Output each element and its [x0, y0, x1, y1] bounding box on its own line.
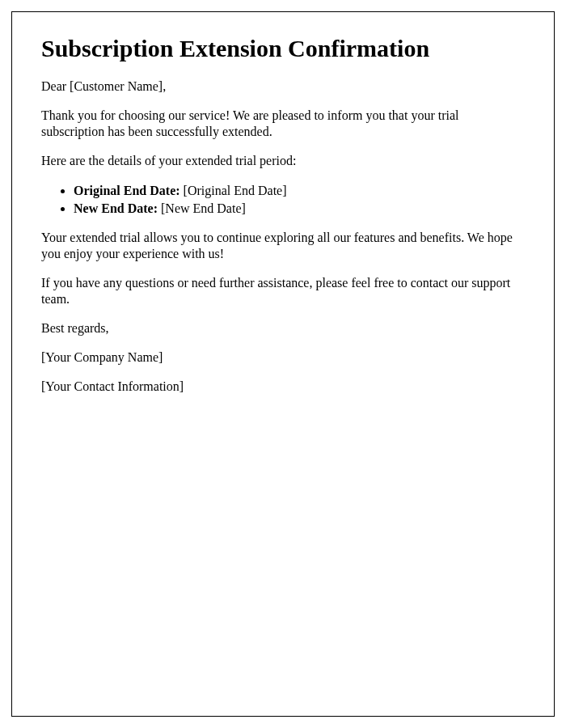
original-end-date-value: [Original End Date]	[180, 184, 287, 197]
support-paragraph: If you have any questions or need furthe…	[41, 275, 525, 307]
original-end-date-label: Original End Date:	[74, 184, 180, 197]
new-end-date-value: [New End Date]	[158, 201, 246, 215]
greeting-line: Dear [Customer Name],	[41, 78, 525, 95]
page-title: Subscription Extension Confirmation	[41, 35, 525, 62]
signoff-line: Best regards,	[41, 320, 525, 336]
contact-info-line: [Your Contact Information]	[41, 379, 525, 395]
details-intro: Here are the details of your extended tr…	[41, 153, 525, 169]
benefits-paragraph: Your extended trial allows you to contin…	[41, 230, 525, 262]
list-item: New End Date: [New End Date]	[74, 200, 525, 218]
company-name-line: [Your Company Name]	[41, 349, 525, 366]
document-page: Subscription Extension Confirmation Dear…	[11, 11, 555, 717]
intro-paragraph: Thank you for choosing our service! We a…	[41, 108, 525, 140]
list-item: Original End Date: [Original End Date]	[74, 182, 525, 200]
new-end-date-label: New End Date:	[74, 201, 158, 215]
details-list: Original End Date: [Original End Date] N…	[74, 182, 525, 217]
